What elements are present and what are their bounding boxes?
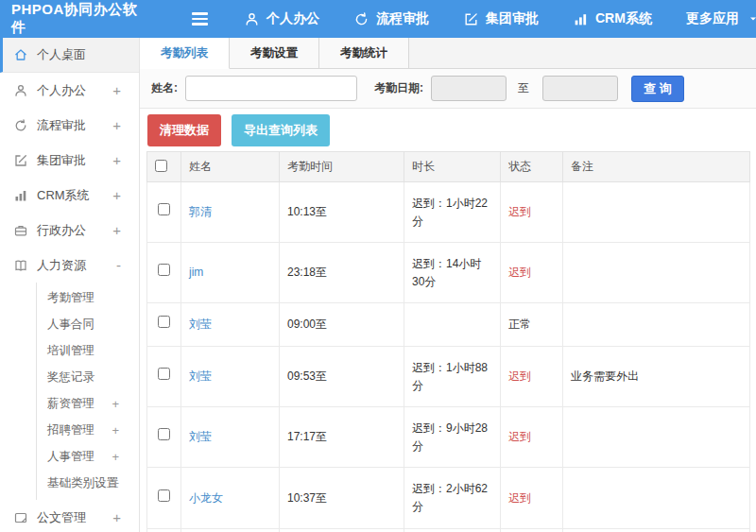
duration-cell: 迟到：1小时88分 — [404, 346, 501, 406]
name-cell: 管理员 — [181, 528, 280, 532]
date-from-input[interactable] — [431, 76, 507, 101]
sidebar-subitem[interactable]: 考勤管理 — [37, 284, 139, 311]
status-badge: 迟到 — [508, 205, 531, 218]
status-badge: 迟到 — [508, 491, 531, 505]
table-row: 小龙女10:37至迟到：2小时62分迟到 — [147, 468, 750, 528]
expand-toggle-icon[interactable]: + — [112, 117, 121, 133]
sidebar-subitem[interactable]: 薪资管理+ — [37, 390, 139, 417]
time-cell: 17:17至 — [280, 407, 404, 468]
expand-toggle-icon[interactable]: + — [112, 222, 121, 238]
sidebar-item[interactable]: CRM系统+ — [0, 178, 139, 213]
topnav-item[interactable]: 更多应用 — [686, 10, 756, 27]
sidebar-item-label: 集团审批 — [37, 152, 86, 169]
expand-toggle-icon[interactable]: + — [112, 152, 121, 168]
sidebar-item[interactable]: 人力资源- — [0, 248, 139, 283]
sidebar-item[interactable]: 流程审批+ — [0, 108, 139, 143]
topnav-item-label: 集团审批 — [486, 10, 539, 27]
sidebar-subitem[interactable]: 人事管理+ — [37, 443, 139, 470]
row-checkbox[interactable] — [158, 368, 170, 380]
sidebar-item[interactable]: 个人桌面 — [0, 38, 139, 73]
sidebar-item-label: 人力资源 — [37, 257, 86, 274]
sidebar-subitem[interactable]: 奖惩记录 — [37, 364, 139, 390]
column-header: 姓名 — [181, 152, 280, 182]
employee-name-link[interactable]: 小龙女 — [189, 491, 223, 505]
expand-toggle-icon[interactable]: + — [112, 82, 121, 98]
sidebar-subgroup: 考勤管理人事合同培训管理奖惩记录薪资管理+招聘管理+人事管理+基础类别设置+ — [36, 283, 139, 500]
row-checkbox-cell — [147, 346, 181, 406]
sidebar-item[interactable]: 个人办公+ — [0, 73, 139, 108]
table-row: 管理员10:54至10:54迟到：2小时90分早退：7小时10分迟到/早退111… — [147, 528, 750, 532]
time-cell: 09:53至 — [280, 346, 404, 406]
sidebar-item[interactable]: 行政办公+ — [0, 213, 139, 248]
table-row: 刘莹09:00至正常 — [147, 303, 750, 347]
sidebar-item[interactable]: 公文管理+ — [0, 500, 139, 532]
export-list-button[interactable]: 导出查询列表 — [232, 114, 330, 146]
chart-icon — [13, 188, 28, 203]
hamburger-icon[interactable] — [192, 12, 208, 26]
sidebar-item[interactable]: 集团审批+ — [0, 143, 139, 178]
row-checkbox[interactable] — [158, 264, 170, 276]
employee-name-link[interactable]: jim — [189, 266, 203, 279]
expand-toggle-icon[interactable]: + — [112, 476, 119, 490]
expand-toggle-icon[interactable]: + — [112, 397, 119, 411]
employee-name-link[interactable]: 郭清 — [189, 205, 212, 218]
row-checkbox[interactable] — [158, 428, 170, 440]
query-button[interactable]: 查 询 — [631, 76, 684, 102]
status-cell: 正常 — [501, 303, 563, 347]
row-checkbox[interactable] — [158, 203, 170, 215]
expand-toggle-icon[interactable]: + — [112, 450, 119, 464]
duration-cell — [404, 303, 501, 347]
sidebar-subitem[interactable]: 人事合同 — [37, 311, 139, 337]
row-checkbox[interactable] — [158, 489, 170, 502]
expand-toggle-icon[interactable]: + — [112, 423, 119, 438]
sidebar-item-label: 个人桌面 — [37, 46, 86, 63]
sidebar-subitem-label: 人事管理 — [47, 449, 94, 465]
employee-name-link[interactable]: 刘莹 — [189, 369, 212, 383]
sidebar-subitem-label: 基础类别设置 — [47, 475, 118, 491]
row-checkbox-cell — [147, 182, 181, 243]
name-input[interactable] — [185, 76, 357, 101]
note-cell: 业务需要外出 — [563, 346, 750, 406]
duration-line: 迟到：14小时30分 — [412, 255, 492, 290]
status-badge: 迟到 — [508, 430, 531, 443]
name-label: 姓名: — [151, 80, 178, 96]
topnav-item-label: CRM系统 — [595, 10, 652, 27]
status-badge: 迟到 — [508, 369, 531, 383]
employee-name-link[interactable]: 刘莹 — [189, 317, 212, 331]
sidebar-subitem[interactable]: 基础类别设置+ — [37, 470, 139, 496]
process-icon — [13, 118, 28, 133]
sidebar-subitem-label: 薪资管理 — [47, 396, 94, 412]
edit-icon — [463, 11, 479, 27]
expand-toggle-icon[interactable]: - — [116, 257, 121, 273]
topnav-item[interactable]: 流程审批 — [353, 10, 429, 27]
table-row: 郭清10:13至迟到：1小时22分迟到 — [147, 182, 750, 243]
filter-bar: 姓名: 考勤日期: 至 查 询 — [140, 69, 756, 109]
name-cell: 刘莹 — [181, 346, 280, 406]
to-label: 至 — [518, 80, 529, 96]
duration-line: 迟到：1小时88分 — [412, 359, 492, 394]
table-row: 刘莹09:53至迟到：1小时88分迟到业务需要外出 — [147, 346, 750, 406]
note-cell — [563, 303, 750, 347]
main-content: 考勤列表考勤设置考勤统计 姓名: 考勤日期: 至 查 询 清理数据 导出查询列表 — [140, 38, 756, 532]
status-cell: 迟到 — [501, 407, 563, 468]
topnav-item[interactable]: 集团审批 — [463, 10, 539, 27]
sidebar-subitem[interactable]: 招聘管理+ — [37, 417, 139, 443]
book-icon — [13, 258, 28, 273]
expand-toggle-icon[interactable]: + — [112, 187, 121, 203]
row-checkbox[interactable] — [158, 316, 170, 328]
tab-active[interactable]: 考勤列表 — [140, 38, 230, 69]
topnav-item[interactable]: 个人办公 — [244, 10, 319, 27]
tab-inactive[interactable]: 考勤统计 — [319, 38, 409, 68]
time-cell: 09:00至 — [280, 303, 404, 347]
sidebar-item-label: 流程审批 — [37, 117, 86, 134]
expand-toggle-icon[interactable]: + — [112, 509, 121, 525]
employee-name-link[interactable]: 刘莹 — [189, 430, 212, 443]
topnav-item[interactable]: CRM系统 — [573, 10, 652, 27]
select-all-checkbox[interactable] — [155, 160, 167, 172]
clean-data-button[interactable]: 清理数据 — [147, 114, 221, 146]
column-header: 时长 — [404, 152, 501, 182]
sidebar-subitem[interactable]: 培训管理 — [37, 337, 139, 364]
date-to-input[interactable] — [542, 76, 618, 101]
tab-inactive[interactable]: 考勤设置 — [230, 38, 319, 68]
sidebar-subitem-label: 人事合同 — [47, 317, 94, 333]
